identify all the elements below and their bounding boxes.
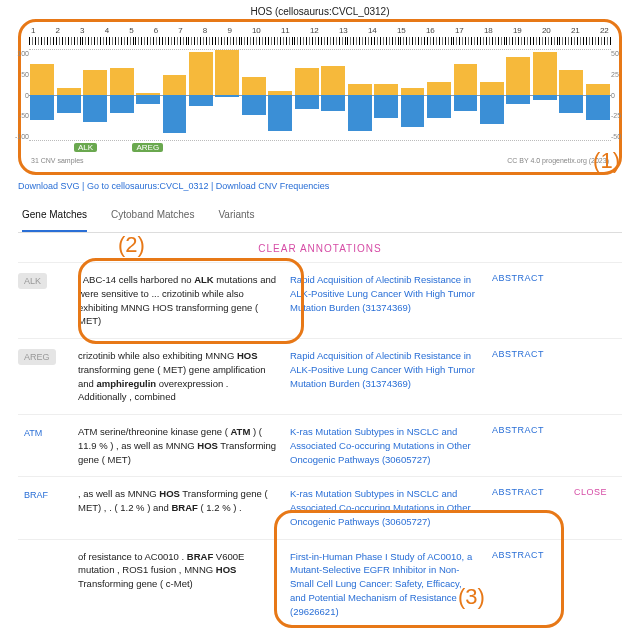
cnv-bars [29,50,611,140]
chrom-label: 15 [397,26,406,35]
article-title[interactable]: Rapid Acquisition of Alectinib Resistanc… [290,349,480,390]
result-row: BRAF, as well as MNNG HOS Transforming g… [18,476,622,538]
gene-markers: ALKAREG [27,143,613,157]
cnv-bar [399,50,425,140]
ideogram-track [29,37,611,45]
cnv-bar [135,50,161,140]
cnv-bar [585,50,611,140]
chrom-label: 10 [252,26,261,35]
chrom-label: 4 [105,26,109,35]
ideogram-segment [374,37,400,45]
cnv-bar [294,50,320,140]
gene-marker: ALK [74,143,97,152]
chrom-label: 13 [339,26,348,35]
result-row: ATMATM serine/threonine kinase gene ( AT… [18,414,622,476]
cnv-bar [267,50,293,140]
result-row: AREGcrizotinib while also exhibiting MNN… [18,338,622,414]
cnv-bar [452,50,478,140]
tab-variants[interactable]: Variants [218,201,254,232]
clear-annotations-button[interactable]: CLEAR ANNOTATIONS [18,243,622,254]
result-row: ALK, ABC-14 cells harbored no ALK mutati… [18,262,622,338]
chrom-label: 6 [154,26,158,35]
download-svg-link[interactable]: Download SVG [18,181,80,191]
callout-3: (3) [458,584,485,610]
cnv-bar [558,50,584,140]
chrom-label: 20 [542,26,551,35]
result-rows: ALK, ABC-14 cells harbored no ALK mutati… [18,262,622,629]
ideogram-segment [453,37,479,45]
chrom-label: 7 [178,26,182,35]
article-title[interactable]: K-ras Mutation Subtypes in NSCLC and Ass… [290,487,480,528]
chrom-label: 1 [31,26,35,35]
ideogram-segment [533,37,559,45]
gene-button: AREG [18,349,56,365]
y-axis-right: 50250-25-50 [611,50,629,140]
cnv-bar [55,50,81,140]
cnv-bar [108,50,134,140]
chrom-label: 17 [455,26,464,35]
ideogram-segment [135,37,161,45]
article-title[interactable]: Rapid Acquisition of Alectinib Resistanc… [290,273,480,314]
article-title[interactable]: First-in-Human Phase I Study of AC0010, … [290,550,480,619]
gene-marker: AREG [132,143,163,152]
ideogram-segment [294,37,320,45]
abstract-link[interactable]: ABSTRACT [492,349,562,359]
ideogram-segment [109,37,135,45]
ideogram-segment [268,37,294,45]
cnv-bar [532,50,558,140]
cnv-bar [29,50,55,140]
chrom-label: 11 [281,26,290,35]
gene-button: ALK [18,273,47,289]
cellosaurus-link[interactable]: Go to cellosaurus:CVCL_0312 [87,181,209,191]
ideogram-segment [82,37,108,45]
cnv-bar [214,50,240,140]
tab-gene-matches[interactable]: Gene Matches [22,201,87,232]
gene-button[interactable]: ATM [18,425,48,441]
abstract-link[interactable]: ABSTRACT [492,273,562,283]
ideogram-segment [586,37,612,45]
chrom-axis: 12345678910111213141516171819202122 [27,26,613,35]
close-button[interactable]: CLOSE [574,487,614,497]
chrom-label: 2 [56,26,60,35]
chart-footer: 31 CNV samples CC BY 4.0 progenetix.org … [27,157,613,164]
chart-title: HOS (cellosaurus:CVCL_0312) [18,6,622,17]
snippet-text: ATM serine/threonine kinase gene ( ATM )… [78,425,278,466]
chrom-label: 18 [484,26,493,35]
ideogram-segment [400,37,426,45]
ideogram-segment [506,37,532,45]
cnv-bar [479,50,505,140]
figure-caption: Fig. 1: A sample of the results availabl… [0,637,640,644]
chrom-label: 16 [426,26,435,35]
cnv-bar [161,50,187,140]
ideogram-segment [241,37,267,45]
snippet-text: , as well as MNNG HOS Transforming gene … [78,487,278,515]
chrom-label: 5 [129,26,133,35]
snippet-text: , ABC-14 cells harbored no ALK mutations… [78,273,278,328]
cnv-bar [320,50,346,140]
tab-cytoband-matches[interactable]: Cytoband Matches [111,201,194,232]
abstract-link[interactable]: ABSTRACT [492,550,562,560]
article-title[interactable]: K-ras Mutation Subtypes in NSCLC and Ass… [290,425,480,466]
ideogram-segment [347,37,373,45]
download-freq-link[interactable]: Download CNV Frequencies [216,181,330,191]
cnv-bar [373,50,399,140]
ideogram-segment [188,37,214,45]
chrom-label: 9 [227,26,231,35]
abstract-link[interactable]: ABSTRACT [492,487,562,497]
gene-button[interactable]: BRAF [18,487,54,503]
cnv-bar [82,50,108,140]
ideogram-segment [162,37,188,45]
y-axis-left: 100500-50-100 [11,50,29,140]
callout-2: (2) [118,232,145,258]
ideogram-segment [29,37,55,45]
ideogram-segment [427,37,453,45]
snippet-text: of resistance to AC0010 . BRAF V600E mut… [78,550,278,591]
chrom-label: 22 [600,26,609,35]
ideogram-segment [56,37,82,45]
chrom-label: 19 [513,26,522,35]
abstract-link[interactable]: ABSTRACT [492,425,562,435]
ideogram-segment [559,37,585,45]
chrom-label: 8 [203,26,207,35]
cnv-chart: 12345678910111213141516171819202122 1005… [18,19,622,175]
tabs: Gene Matches Cytoband Matches Variants [18,201,622,233]
